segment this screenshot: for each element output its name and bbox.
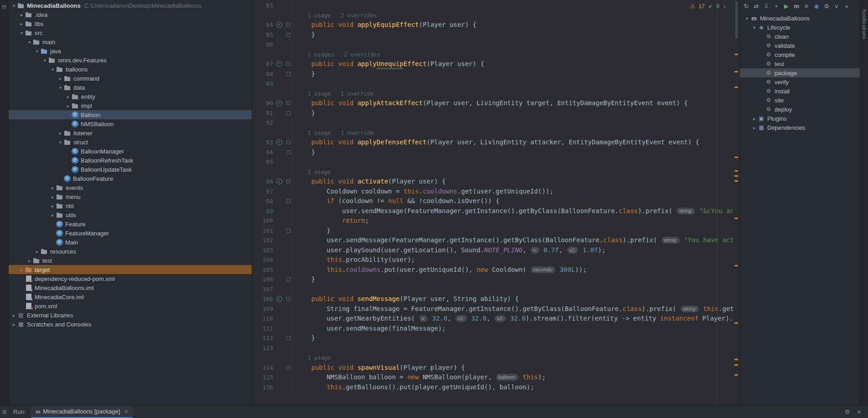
warning-stripe-mark[interactable]: [734, 359, 738, 360]
chevron-right-icon[interactable]: ▸: [49, 213, 56, 218]
reload-maven-projects-icon[interactable]: ↻: [742, 1, 751, 10]
chevron-right-icon[interactable]: ▸: [18, 12, 25, 17]
offline-mode-icon[interactable]: ◉: [812, 1, 821, 10]
fold-marker-icon[interactable]: −: [286, 62, 290, 66]
line-number[interactable]: 93: [252, 138, 273, 148]
overridden-method-icon[interactable]: ↓: [276, 178, 282, 184]
chevron-down-icon[interactable]: ▾: [41, 58, 48, 63]
chevron-right-icon[interactable]: ▸: [10, 322, 17, 327]
chevron-right-icon[interactable]: ▸: [49, 194, 56, 199]
code-line[interactable]: 94 }: [252, 148, 739, 158]
tree-row[interactable]: mpom.xml: [9, 301, 252, 311]
warning-stripe-mark[interactable]: [734, 71, 738, 72]
tree-row[interactable]: CBalloonManager: [9, 147, 252, 156]
project-tool-stripe-icon[interactable]: ▤: [2, 4, 6, 10]
line-number[interactable]: 102: [252, 235, 273, 245]
code-line[interactable]: 1 usage 1 override: [252, 89, 739, 99]
tree-row[interactable]: ⚙clean: [740, 32, 860, 41]
chevron-down-icon[interactable]: ▾: [18, 31, 25, 36]
tree-row[interactable]: CFeature: [9, 219, 252, 229]
tree-row[interactable]: CBalloonRefreshTask: [9, 156, 252, 165]
tree-row[interactable]: CMain: [9, 238, 252, 247]
override-method-icon[interactable]: ↑: [276, 61, 282, 67]
line-number[interactable]: 116: [252, 382, 273, 393]
chevron-right-icon[interactable]: ▸: [751, 125, 758, 130]
code-line[interactable]: 100 return;: [252, 216, 739, 226]
line-number[interactable]: 92: [252, 118, 273, 128]
chevron-right-icon[interactable]: ▸: [10, 313, 17, 318]
warning-stripe-mark[interactable]: [734, 157, 738, 158]
line-number[interactable]: 110: [252, 314, 273, 324]
tree-row[interactable]: ▸entity: [9, 92, 252, 101]
code-line[interactable]: 102 user.sendMessage(FeatureManager.getI…: [252, 235, 739, 245]
tree-row[interactable]: ▾omni.dev.Features: [9, 56, 252, 65]
fold-marker-icon[interactable]: [286, 336, 290, 340]
code-line[interactable]: 111 user.sendMessage(finalMessage);: [252, 324, 739, 334]
code-line[interactable]: 96↓− public void activate(Player user) {: [252, 177, 739, 187]
line-number[interactable]: 114: [252, 363, 273, 373]
tree-row[interactable]: ▾balloons: [9, 65, 252, 74]
code-lens-hint[interactable]: 2 usages 2 overrides: [296, 51, 380, 58]
tree-row[interactable]: ▾MinecadiaBalloonsC:\Users\adams\Desktop…: [9, 1, 252, 10]
tree-row[interactable]: ▸listener: [9, 128, 252, 138]
chevron-down-icon[interactable]: ▾: [57, 140, 64, 145]
tree-row[interactable]: CBalloonFeature: [9, 174, 252, 183]
code-line[interactable]: 85 }: [252, 30, 739, 40]
line-number[interactable]: 91: [252, 108, 273, 118]
code-line[interactable]: 91 }: [252, 108, 739, 118]
fold-marker-icon[interactable]: [286, 150, 290, 154]
warning-stripe-mark[interactable]: [734, 218, 738, 219]
line-number[interactable]: [252, 10, 273, 20]
override-method-icon[interactable]: ↑: [276, 100, 282, 106]
line-number[interactable]: 111: [252, 324, 273, 334]
tree-row[interactable]: ▾◈Lifecycle: [740, 23, 860, 32]
line-number[interactable]: 89: [252, 79, 273, 89]
project-tool-window[interactable]: ▾MinecadiaBalloonsC:\Users\adams\Desktop…: [9, 0, 252, 405]
fold-marker-icon[interactable]: −: [286, 199, 290, 203]
tree-row[interactable]: ▾src: [9, 28, 252, 37]
code-line[interactable]: 93↑− public void applyDefenseEffect(Play…: [252, 138, 739, 148]
code-line[interactable]: 109 String finalMessage = FeatureManager…: [252, 304, 739, 314]
code-line[interactable]: 108↓− public void sendMessage(Player use…: [252, 294, 739, 304]
fold-marker-icon[interactable]: [286, 111, 290, 115]
fold-marker-icon[interactable]: −: [286, 101, 290, 105]
chevron-right-icon[interactable]: ▸: [26, 258, 33, 263]
overridden-method-icon[interactable]: ↓: [276, 296, 282, 302]
chevron-down-icon[interactable]: ▾: [34, 49, 41, 54]
tree-row[interactable]: ▸▣Plugins: [740, 114, 860, 123]
line-number[interactable]: [252, 89, 273, 99]
line-number[interactable]: 84: [252, 20, 273, 30]
tree-row[interactable]: CBalloon: [9, 110, 252, 119]
line-number[interactable]: 105: [252, 265, 273, 275]
chevron-down-icon[interactable]: ▾: [10, 3, 17, 8]
maven-tool-window[interactable]: ↻⇄⇩+▶m≡◉⚙∨» ▾mMinecadiaBalloons▾◈Lifecyc…: [739, 0, 860, 405]
tree-row[interactable]: iMinecadiaCore.iml: [9, 292, 252, 301]
code-line[interactable]: 1 usage: [252, 353, 739, 363]
fold-marker-icon[interactable]: −: [286, 140, 290, 144]
line-number[interactable]: 100: [252, 216, 273, 226]
code-line[interactable]: 101 }: [252, 226, 739, 236]
chevron-right-icon[interactable]: ▸: [57, 76, 64, 81]
code-line[interactable]: 89: [252, 79, 739, 89]
warning-stripe-mark[interactable]: [734, 322, 738, 324]
code-line[interactable]: 113: [252, 343, 739, 353]
code-line[interactable]: 116 this.getBalloons().put(player.getUni…: [252, 382, 739, 393]
code-line[interactable]: 106 }: [252, 275, 739, 285]
tree-row[interactable]: ⚙package: [740, 68, 860, 77]
tree-row[interactable]: ▸libs: [9, 19, 252, 28]
tree-row[interactable]: ▸impl: [9, 101, 252, 110]
line-number[interactable]: 94: [252, 148, 273, 158]
code-line[interactable]: 107: [252, 285, 739, 295]
warning-stripe-mark[interactable]: [734, 180, 738, 182]
chevron-right-icon[interactable]: ▸: [57, 131, 64, 136]
line-number[interactable]: [252, 167, 273, 177]
code-line[interactable]: 110 user.getNearbyEntities( v: 32.0, v1:…: [252, 314, 739, 324]
chevron-right-icon[interactable]: ▸: [18, 21, 25, 26]
maven-settings-icon[interactable]: ⚙: [822, 1, 831, 10]
notifications-tool-button[interactable]: Notifications: [862, 9, 867, 39]
tree-row[interactable]: ⚙test: [740, 59, 860, 68]
code-line[interactable]: 88 }: [252, 69, 739, 79]
tree-row[interactable]: ⚙deploy: [740, 105, 860, 114]
tree-row[interactable]: ⚙validate: [740, 41, 860, 50]
tree-row[interactable]: ▸test: [9, 256, 252, 265]
